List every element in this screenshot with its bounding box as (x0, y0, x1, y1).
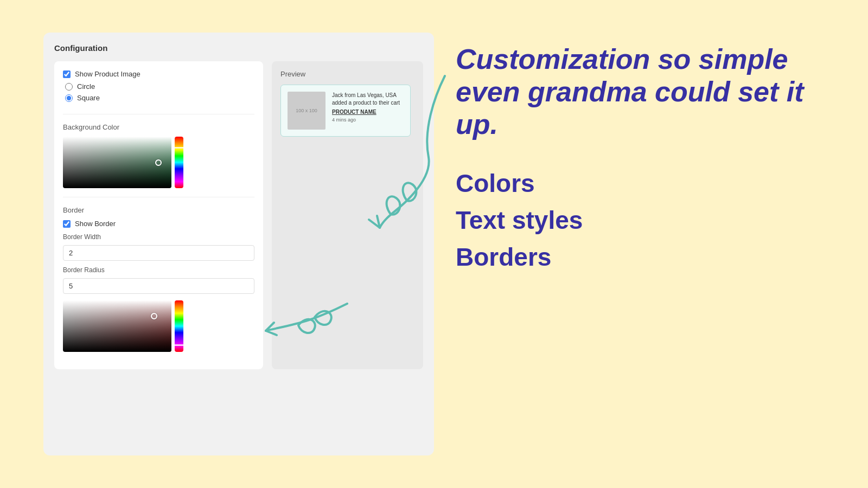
green-picker-circle[interactable] (155, 159, 162, 166)
hue-slider[interactable] (175, 137, 183, 188)
feature-text-styles: Text styles (456, 204, 835, 237)
border-radius-label: Border Radius (63, 266, 254, 274)
red-picker-circle[interactable] (151, 313, 157, 319)
hue-slider-border[interactable] (175, 300, 183, 352)
show-border-checkbox[interactable] (63, 220, 71, 228)
popup-product-name: PRODUCT NAME (332, 109, 404, 115)
hue-indicator-border (174, 344, 184, 346)
controls-section: Show Product Image Circle Square Backgro… (54, 61, 263, 369)
border-color-picker[interactable] (63, 300, 254, 352)
border-radius-input[interactable] (63, 278, 254, 294)
gradient-overlay-2 (63, 300, 171, 352)
popup-text: Jack from Las Vegas, USA added a product… (332, 92, 404, 107)
config-panel-title: Configuration (54, 43, 423, 53)
square-label: Square (77, 94, 100, 102)
preview-section: Preview 100 x 100 Jack from Las Vegas, U… (272, 61, 423, 369)
background-color-section: Background Color (63, 123, 254, 197)
square-radio-row[interactable]: Square (65, 94, 254, 102)
circle-radio-row[interactable]: Circle (65, 82, 254, 91)
background-color-picker[interactable] (63, 137, 254, 188)
show-product-image-label: Show Product Image (75, 70, 141, 78)
features-list: Colors Text styles Borders (456, 168, 835, 273)
red-gradient-picker[interactable] (63, 300, 171, 352)
product-image-section: Show Product Image Circle Square (63, 70, 254, 114)
popup-content: Jack from Las Vegas, USA added a product… (332, 92, 404, 130)
hue-indicator (174, 147, 184, 149)
preview-label: Preview (280, 70, 414, 78)
main-container: Configuration Show Product Image Circle (0, 0, 868, 488)
popup-preview-card: 100 x 100 Jack from Las Vegas, USA added… (280, 85, 411, 137)
product-image-placeholder: 100 x 100 (288, 92, 326, 130)
border-width-label: Border Width (63, 233, 254, 241)
green-gradient-picker[interactable] (63, 137, 171, 188)
circle-radio[interactable] (65, 83, 73, 91)
config-panel: Configuration Show Product Image Circle (43, 33, 434, 455)
border-label: Border (63, 206, 254, 214)
marketing-headline: Customization so simple even grandma cou… (456, 43, 835, 140)
popup-time: 4 mins ago (332, 117, 404, 123)
feature-colors: Colors (456, 168, 835, 200)
show-border-row[interactable]: Show Border (63, 220, 254, 228)
border-width-input[interactable] (63, 245, 254, 261)
marketing-section: Customization so simple even grandma cou… (456, 33, 835, 455)
show-product-image-checkbox[interactable] (63, 70, 71, 78)
feature-borders: Borders (456, 241, 835, 274)
border-section: Border Show Border Border Width Border R… (63, 206, 254, 361)
config-inner: Show Product Image Circle Square Backgro… (54, 61, 423, 369)
show-border-label: Show Border (75, 220, 116, 228)
circle-label: Circle (77, 82, 95, 91)
show-product-image-row[interactable]: Show Product Image (63, 70, 254, 78)
square-radio[interactable] (65, 94, 73, 102)
background-color-label: Background Color (63, 123, 254, 131)
